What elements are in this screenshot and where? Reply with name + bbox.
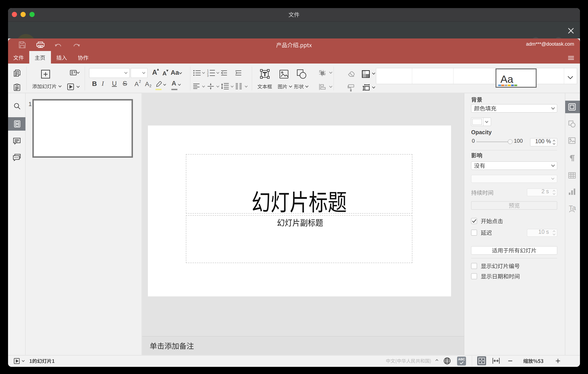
svg-text:Ta: Ta <box>569 204 576 211</box>
svg-text:3: 3 <box>207 74 209 77</box>
